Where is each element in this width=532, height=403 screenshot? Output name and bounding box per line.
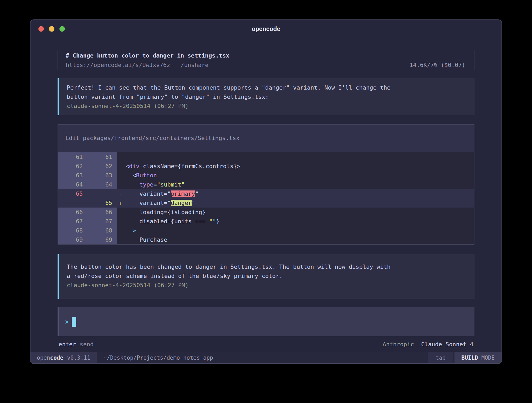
diff-panel: Edit packages/frontend/src/containers/Se… (58, 124, 474, 245)
assistant-message-text: The button color has been changed to dan… (67, 262, 466, 281)
session-content: # Change button color to danger in setti… (30, 50, 502, 348)
diff-new-lineno: 68 (88, 226, 117, 235)
diff-old-lineno: 65 (58, 189, 88, 198)
diff-row: 65- variant="primary" (58, 189, 474, 198)
model-indicator: Anthropic Claude Sonnet 4 (383, 340, 473, 348)
diff-code-line: > (117, 226, 474, 235)
assistant-message-text: Perfect! I can see that the Button compo… (67, 83, 466, 101)
diff-code-line: + variant="danger" (117, 198, 474, 208)
provider-name: Anthropic (383, 341, 414, 348)
model-name: Claude Sonnet 4 (421, 341, 473, 348)
diff-old-lineno: 69 (58, 235, 88, 244)
status-bar: opencode v0.3.11 ~/Desktop/Projects/demo… (30, 352, 502, 363)
diff-row: 6767 disabled={units === ""} (58, 217, 474, 226)
prompt-symbol: > (65, 318, 69, 325)
mode-word: BUILD (461, 355, 478, 361)
diff-new-lineno: 69 (88, 235, 117, 244)
diff-row: 6868 > (58, 226, 474, 235)
diff-new-lineno: 63 (88, 171, 117, 180)
share-info-row: https://opencode.ai/s/UwJxv76z /unshare … (66, 60, 466, 70)
diff-old-lineno: 64 (58, 180, 88, 189)
diff-row: 6464 type="submit" (58, 180, 474, 189)
diff-code-line: <div className={formCs.controls}> (117, 162, 474, 171)
diff-new-lineno: 66 (88, 208, 117, 217)
enter-key-hint: enter (59, 340, 76, 348)
prompt-input[interactable]: > (58, 307, 474, 336)
app-version-chip: opencode v0.3.11 (30, 352, 97, 363)
text-cursor (72, 317, 76, 327)
window-title: opencode (30, 20, 502, 38)
diff-old-lineno: 63 (58, 171, 88, 180)
diff-old-lineno: 62 (58, 162, 88, 171)
diff-old-lineno: 61 (58, 152, 88, 162)
mode-chip: BUILD MODE (454, 352, 502, 363)
working-directory: ~/Desktop/Projects/demo-notes-app (104, 352, 213, 363)
diff-new-lineno (88, 189, 117, 198)
tab-key-hint: tab (428, 352, 453, 363)
close-button[interactable] (38, 26, 44, 32)
diff-row: 65+ variant="danger" (58, 198, 474, 208)
assistant-message: The button color has been changed to dan… (58, 254, 474, 299)
app-name-code: code (50, 355, 64, 361)
diff-old-lineno: 68 (58, 226, 88, 235)
app-version: v0.3.11 (67, 355, 90, 361)
traffic-lights (38, 26, 65, 32)
diff-row: 6969 Purchase (58, 235, 474, 244)
diff-code-line (117, 152, 474, 162)
diff-code-line: disabled={units === ""} (117, 217, 474, 226)
diff-code-line: loading={isLoading} (117, 208, 474, 217)
diff-row: 6666 loading={isLoading} (58, 208, 474, 217)
diff-new-lineno: 61 (88, 152, 117, 162)
token-cost-stats: 14.6K/7% ($0.07) (410, 60, 466, 70)
share-header: # Change button color to danger in setti… (58, 50, 474, 70)
assistant-message: Perfect! I can see that the Button compo… (58, 78, 474, 115)
zoom-button[interactable] (59, 26, 65, 32)
diff-code-line: - variant="primary" (117, 189, 474, 198)
diff-code-line: <Button (117, 171, 474, 180)
model-timestamp: claude-sonnet-4-20250514 (06:27 PM) (67, 101, 466, 111)
diff-code-line: Purchase (117, 235, 474, 244)
hint-row: enter send Anthropic Claude Sonnet 4 (58, 340, 474, 348)
diff-new-lineno: 67 (88, 217, 117, 226)
diff-row: 6161 (58, 152, 474, 162)
model-timestamp: claude-sonnet-4-20250514 (06:27 PM) (67, 281, 466, 290)
diff-code-line: type="submit" (117, 180, 474, 189)
diff-row: 6262 <div className={formCs.controls}> (58, 162, 474, 171)
share-url-link[interactable]: https://opencode.ai/s/UwJxv76z (66, 60, 170, 70)
diff-old-lineno: 66 (58, 208, 88, 217)
session-title: # Change button color to danger in setti… (66, 51, 466, 60)
diff-new-lineno: 64 (88, 180, 117, 189)
app-window: opencode # Change button color to danger… (30, 19, 502, 364)
unshare-command[interactable]: /unshare (181, 60, 208, 70)
diff-old-lineno (58, 198, 88, 208)
diff-new-lineno: 62 (88, 162, 117, 171)
minimize-button[interactable] (49, 26, 54, 32)
diff-new-lineno: 65 (88, 198, 117, 208)
diff-panel-header: Edit packages/frontend/src/containers/Se… (58, 125, 474, 152)
send-action-hint: send (80, 340, 94, 348)
diff-old-lineno: 67 (58, 217, 88, 226)
diff-row: 6363 <Button (58, 171, 474, 180)
status-bar-spacer (213, 352, 428, 363)
titlebar: opencode (30, 20, 502, 38)
mode-label: MODE (481, 355, 495, 361)
app-name-open: open (37, 355, 50, 361)
diff-rows: 61616262 <div className={formCs.controls… (58, 152, 474, 244)
